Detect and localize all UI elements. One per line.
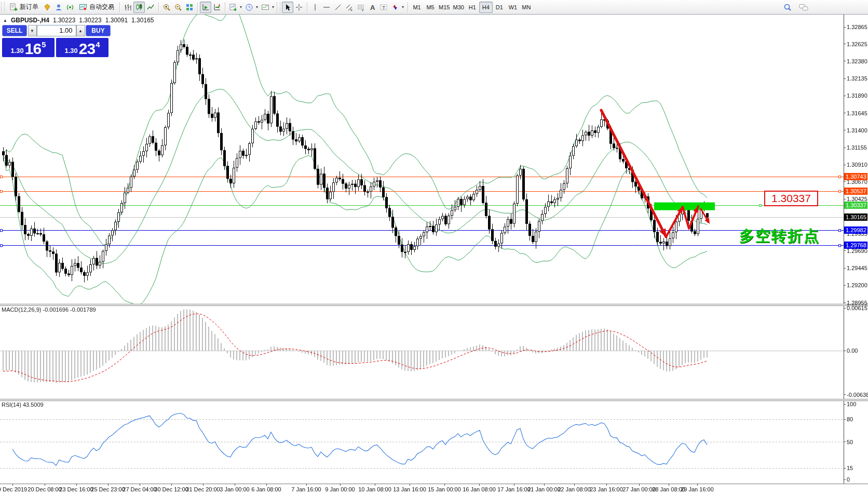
zoom-in-button[interactable] [161,2,172,13]
text-label-icon: T [379,3,388,11]
sell-price-display[interactable]: 1.30 16 5 [2,38,55,57]
ohlc-high: 1.30223 [79,17,101,24]
metaeditor-button[interactable] [42,2,53,13]
time-axis-label: 21 Jan 00:00 [527,486,561,492]
timeframe-h1-button[interactable]: H1 [466,2,479,13]
price-annotation-box: 1.30337 [764,191,818,206]
rsi-axis-tick: 0 [847,476,867,483]
bar-chart-icon [124,3,132,11]
zoom-out-button[interactable] [172,2,184,13]
timeframe-w1-button[interactable]: W1 [506,2,520,13]
timeframe-m5-button[interactable]: M5 [424,2,437,13]
symbol-title: GBPUSD-,H4 [11,17,49,24]
tile-windows-icon [185,3,194,11]
community-button[interactable] [53,2,64,13]
text-icon: A [368,3,376,11]
text-button[interactable]: A [367,2,378,13]
text-label-button[interactable]: T [378,2,389,13]
timeframe-m1-button[interactable]: M1 [410,2,424,13]
time-axis-label: 6 Jan 08:00 [251,486,281,492]
trendline-icon [334,3,342,11]
time-axis-label: 16 Jan 08:00 [463,486,496,492]
timeframe-h4-button[interactable]: H4 [479,2,493,13]
time-axis-label: 17 Jan 16:00 [497,486,531,492]
time-axis-label: 15 Jan 00:00 [428,486,461,492]
trendline-button[interactable] [332,2,344,13]
arrows-tool-button[interactable]: ▾ [389,2,405,13]
sell-price-point: 5 [42,40,46,49]
toolbar-grip[interactable] [1,2,5,12]
volume-decrease-button[interactable]: ▼ [28,25,37,36]
cursor-button[interactable] [282,2,293,13]
sell-button[interactable]: SELL [2,25,27,36]
search-button[interactable] [782,2,793,13]
chart-shift-button[interactable] [211,2,223,13]
timeframe-d1-button[interactable]: D1 [493,2,506,13]
cursor-icon [283,3,292,11]
channel-button[interactable]: E [344,2,355,13]
timeframe-m15-button[interactable]: M15 [437,2,451,13]
buy-button[interactable]: BUY [86,25,111,36]
auto-scroll-icon [201,3,210,11]
price-axis-line [844,15,844,484]
indicators-icon [261,3,269,11]
volume-increase-button[interactable]: ▲ [76,25,85,36]
rsi-pane-canvas[interactable] [0,400,844,484]
candlestick-chart-button[interactable] [133,2,145,13]
time-axis-label: 9 Jan 00:00 [325,486,355,492]
price-level-label: 1.29982 [844,226,867,234]
vertical-line-button[interactable] [309,2,321,13]
crosshair-button[interactable] [293,2,305,13]
line-chart-button[interactable] [145,2,156,13]
price-chart-canvas[interactable] [0,15,844,304]
price-level-label: 1.30165 [844,213,867,221]
new-order-button[interactable]: 新订单 [6,2,42,13]
tile-windows-button[interactable] [184,2,195,13]
svg-text:F: F [362,8,364,11]
profiles-clock-icon [245,3,253,11]
time-axis-label: 28 Jan 08:00 [652,486,685,492]
chart-shift-icon [213,3,221,11]
rsi-axis-tick: 80 [847,416,867,422]
autotrading-button[interactable]: 自动交易 [76,2,117,13]
buy-price-display[interactable]: 1.30 23 4 [56,38,108,57]
time-axis-label: 23 Dec 16:00 [59,486,93,492]
timeframe-mn-button[interactable]: MN [520,2,533,13]
time-axis-label: 31 Dec 20:00 [186,486,220,492]
macd-indicator-label: MACD(12,26,9) -0.001696 -0.001789 [2,306,96,313]
search-icon [783,3,792,11]
crosshair-icon [295,3,303,11]
volume-input[interactable]: 1.00 [37,25,76,36]
pane-divider[interactable] [0,399,868,401]
fibonacci-button[interactable]: F [355,2,367,13]
toolbar: 新订单 自动交易 ▾ ▾ ▾ E F A T ▾ M1 M5 M15 M30 H… [0,0,868,15]
price-axis-tick: 1.31890 [847,92,867,99]
bar-chart-button[interactable] [122,2,133,13]
time-axis-label: 22 Jan 08:00 [558,486,591,492]
time-axis-label: 30 Dec 12:00 [154,486,188,492]
collapse-panel-icon[interactable]: ▲ [3,18,7,23]
timeframe-m30-button[interactable]: M30 [451,2,465,13]
time-axis-label: 3 Jan 00:00 [220,486,250,492]
metaeditor-icon [43,3,51,11]
chat-button[interactable] [797,2,810,13]
ohlc-open: 1.30223 [53,17,75,24]
price-level-label: 1.29768 [844,242,867,249]
pane-divider[interactable] [0,304,868,306]
time-axis-label: 20 Dec 08:00 [28,486,61,492]
dropdown-caret-icon: ▾ [402,5,404,9]
macd-pane-canvas[interactable] [0,305,844,399]
chat-icon [799,3,808,11]
price-axis-tick: 1.29935 [847,231,867,237]
new-chart-button[interactable]: ▾ [227,2,243,13]
time-axis-label: 9 Dec 2019 [0,486,27,492]
price-level-label: 1.30743 [844,173,867,180]
toolbar-grip[interactable] [277,2,280,12]
buy-price-pips: 23 [79,42,95,56]
indicators-button[interactable]: ▾ [260,2,276,13]
profiles-button[interactable]: ▾ [243,2,260,13]
signals-button[interactable] [64,2,76,13]
auto-scroll-button[interactable] [200,2,211,13]
vertical-line-icon [311,3,319,11]
horizontal-line-button[interactable] [321,2,332,13]
